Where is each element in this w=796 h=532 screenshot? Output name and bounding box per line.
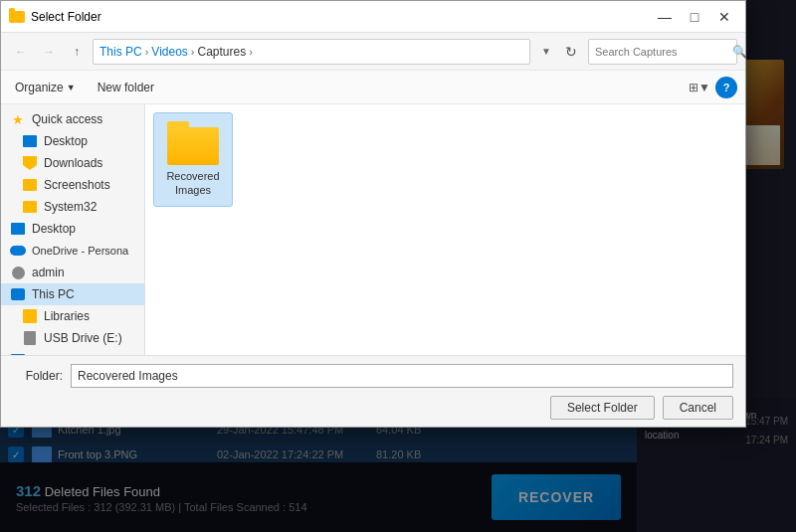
sidebar-item-desktop2-label: Desktop [32, 222, 76, 236]
onedrive-icon [9, 243, 27, 259]
folder-icon-small [9, 11, 25, 23]
up-button[interactable]: ↑ [65, 40, 89, 64]
footer-buttons: Select Folder Cancel [13, 396, 733, 420]
sidebar-item-quickaccess[interactable]: ★ Quick access [1, 108, 144, 130]
content-area: ★ Quick access Desktop Downloads [1, 104, 745, 355]
sidebar-item-system32[interactable]: System32 [1, 196, 144, 218]
breadcrumb-thispc[interactable]: This PC [100, 45, 142, 59]
search-input[interactable] [595, 46, 732, 58]
folder-item-recovered-images[interactable]: RecoveredImages [153, 112, 233, 207]
breadcrumb-sep-1: › [145, 46, 149, 58]
folder-input-field[interactable] [71, 364, 733, 388]
sidebar-item-usb[interactable]: USB Drive (E:) [1, 327, 144, 349]
desktop-icon [21, 133, 39, 149]
libraries-icon [21, 308, 39, 324]
view-options-button[interactable]: ⊞▼ [688, 77, 711, 98]
sidebar-item-desktop-label: Desktop [44, 134, 88, 148]
thispc-icon [9, 286, 27, 302]
folder-item-label: RecoveredImages [166, 169, 219, 198]
sidebar-item-downloads[interactable]: Downloads [1, 152, 144, 174]
select-folder-dialog: Select Folder — □ ✕ ← → ↑ This PC › Vide… [0, 0, 746, 428]
minimize-button[interactable]: — [652, 7, 678, 27]
sub-toolbar-right: ⊞▼ ? [688, 77, 737, 98]
maximize-button[interactable]: □ [682, 7, 707, 27]
main-file-area: RecoveredImages [145, 104, 745, 355]
sub-toolbar: Organize ▼ New folder ⊞▼ ? [1, 71, 745, 104]
search-box[interactable]: 🔍 [588, 39, 737, 65]
sidebar-item-admin[interactable]: admin [1, 262, 144, 283]
system32-icon [21, 199, 39, 215]
dialog-title-text: Select Folder [31, 10, 652, 24]
sidebar-item-onedrive-label: OneDrive - Persona [32, 245, 128, 257]
sidebar-item-screenshots[interactable]: Screenshots [1, 174, 144, 196]
breadcrumb-captures: Captures [198, 45, 247, 59]
sidebar-item-onedrive[interactable]: OneDrive - Persona [1, 240, 144, 262]
folder-input-row: Folder: [13, 364, 733, 388]
desktop2-icon [9, 221, 27, 237]
sidebar-item-thispc-label: This PC [32, 287, 75, 301]
folder-body [167, 127, 219, 165]
forward-button[interactable]: → [37, 40, 61, 64]
usb-icon [21, 330, 39, 346]
address-dropdown-button[interactable]: ▼ [538, 39, 554, 65]
navigation-pane: ★ Quick access Desktop Downloads [1, 104, 145, 355]
downloads-icon [21, 155, 39, 171]
folder-label: Folder: [13, 369, 63, 383]
address-toolbar: ← → ↑ This PC › Videos › Captures › ▼ ↻ … [1, 33, 745, 71]
folder-large-icon [167, 121, 219, 165]
organize-dropdown-icon: ▼ [67, 83, 76, 92]
organize-label: Organize [15, 81, 64, 94]
sidebar-item-thispc[interactable]: This PC [1, 283, 144, 305]
search-icon: 🔍 [732, 45, 747, 59]
sidebar-item-libraries-label: Libraries [44, 309, 90, 323]
breadcrumb-sep-3: › [249, 46, 253, 58]
sidebar-item-screenshots-label: Screenshots [44, 178, 110, 192]
new-folder-button[interactable]: New folder [90, 78, 162, 97]
sidebar-item-libraries[interactable]: Libraries [1, 305, 144, 327]
sidebar-item-quickaccess-label: Quick access [32, 112, 102, 126]
breadcrumb-videos[interactable]: Videos [151, 45, 187, 59]
title-controls: — □ ✕ [652, 7, 737, 27]
cancel-button[interactable]: Cancel [663, 396, 733, 420]
sidebar-item-usb-label: USB Drive (E:) [44, 331, 122, 345]
sidebar-item-system32-label: System32 [44, 200, 97, 214]
sidebar-item-admin-label: admin [32, 266, 65, 279]
close-button[interactable]: ✕ [711, 7, 737, 27]
dialog-title-bar: Select Folder — □ ✕ [1, 1, 745, 33]
screenshots-icon [21, 177, 39, 193]
help-button[interactable]: ? [715, 77, 737, 98]
refresh-button[interactable]: ↻ [558, 39, 584, 65]
sidebar-item-desktop2[interactable]: Desktop [1, 218, 144, 240]
organize-button[interactable]: Organize ▼ [9, 78, 82, 97]
address-bar[interactable]: This PC › Videos › Captures › [93, 39, 530, 65]
breadcrumb-sep-2: › [191, 46, 195, 58]
admin-icon [9, 265, 27, 280]
dialog-title-icon [9, 9, 25, 25]
dialog-footer: Folder: Select Folder Cancel [1, 355, 745, 427]
sidebar-item-downloads-label: Downloads [44, 156, 102, 170]
sidebar-item-desktop[interactable]: Desktop [1, 130, 144, 152]
select-folder-button[interactable]: Select Folder [550, 396, 655, 420]
quickaccess-icon: ★ [9, 111, 27, 127]
back-button[interactable]: ← [9, 40, 33, 64]
